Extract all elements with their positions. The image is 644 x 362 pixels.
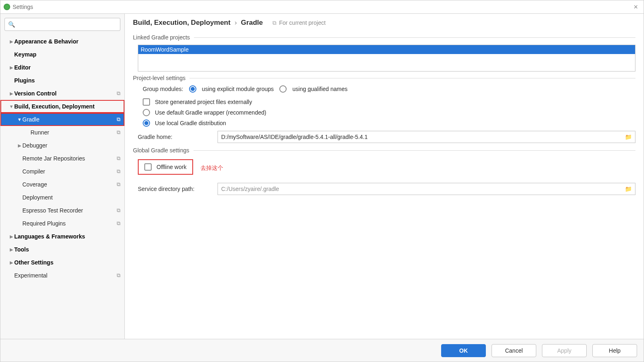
chevron-right-icon: › — [235, 19, 237, 27]
copy-icon: ⧉ — [117, 272, 120, 279]
cancel-button[interactable]: Cancel — [492, 344, 536, 357]
chevron-icon: ▶ — [9, 260, 14, 265]
sidebar-item-label: Tools — [14, 246, 120, 253]
sidebar-item-label: Version Control — [14, 90, 117, 97]
sidebar-item-label: Keymap — [14, 51, 120, 58]
sidebar-item-label: Remote Jar Repositories — [22, 155, 117, 162]
chevron-icon: ▼ — [9, 104, 14, 109]
breadcrumb-current: Gradle — [241, 19, 263, 27]
annotation-note: 去掉这个 — [200, 165, 223, 172]
breadcrumb: Build, Execution, Deployment › Gradle — [133, 19, 263, 27]
search-icon: 🔍 — [8, 21, 15, 28]
sidebar-item-label: Languages & Frameworks — [14, 233, 120, 240]
chevron-icon: ▼ — [17, 117, 22, 122]
copy-icon: ⧉ — [117, 116, 120, 123]
sidebar-item-other-settings[interactable]: ▶Other Settings — [0, 256, 124, 269]
chevron-icon: ▶ — [9, 39, 14, 44]
chevron-icon: ▶ — [9, 234, 14, 239]
app-icon — [4, 4, 10, 10]
chevron-icon: ▶ — [9, 65, 14, 70]
sidebar-item-espresso-test-recorder[interactable]: Espresso Test Recorder⧉ — [0, 204, 124, 217]
sidebar-item-plugins[interactable]: Plugins — [0, 74, 124, 87]
sidebar-item-label: Espresso Test Recorder — [22, 207, 117, 214]
copy-icon: ⧉ — [117, 207, 120, 214]
sidebar-item-coverage[interactable]: Coverage⧉ — [0, 178, 124, 191]
section-project-level: Project-level settings — [133, 75, 635, 81]
sidebar-item-experimental[interactable]: Experimental⧉ — [0, 269, 124, 282]
gradle-home-label: Gradle home: — [138, 134, 211, 140]
sidebar-item-label: Experimental — [14, 272, 117, 279]
sidebar-item-build-execution-deployment[interactable]: ▼Build, Execution, Deployment — [0, 100, 124, 113]
chevron-icon: ▶ — [9, 247, 14, 252]
scope-note: ⧉ For current project — [272, 20, 325, 26]
checkbox-offline-work-label: Offline work — [157, 164, 187, 170]
radio-explicit-groups-label: using explicit module groups — [202, 86, 274, 92]
chevron-icon: ▶ — [9, 91, 14, 96]
copy-icon: ⧉ — [117, 155, 120, 162]
content-pane: Build, Execution, Deployment › Gradle ⧉ … — [125, 14, 644, 339]
sidebar-item-keymap[interactable]: Keymap — [0, 48, 124, 61]
sidebar-item-editor[interactable]: ▶Editor — [0, 61, 124, 74]
radio-default-wrapper-label: Use default Gradle wrapper (recommended) — [155, 109, 266, 116]
copy-icon: ⧉ — [272, 20, 276, 26]
offline-work-row: Offline work — [138, 159, 193, 175]
search-box[interactable]: 🔍 — [4, 18, 120, 31]
list-item[interactable]: RoomWordSample — [138, 45, 635, 54]
sidebar-item-label: Appearance & Behavior — [14, 38, 120, 45]
window-title: Settings — [13, 4, 33, 10]
chevron-icon: ▶ — [17, 143, 22, 148]
radio-qualified-names[interactable] — [279, 85, 287, 93]
sidebar-item-gradle[interactable]: ▼Gradle⧉ — [0, 113, 124, 126]
copy-icon: ⧉ — [117, 168, 120, 175]
sidebar-item-label: Plugins — [14, 77, 120, 84]
linked-projects-list[interactable]: RoomWordSample — [138, 45, 635, 72]
radio-local-distribution[interactable] — [143, 119, 150, 127]
sidebar-item-languages-frameworks[interactable]: ▶Languages & Frameworks — [0, 230, 124, 243]
folder-icon[interactable]: 📁 — [625, 134, 632, 140]
sidebar: 🔍 ▶Appearance & BehaviorKeymap▶EditorPlu… — [0, 14, 125, 339]
copy-icon: ⧉ — [117, 181, 120, 188]
copy-icon: ⧉ — [117, 220, 120, 227]
ok-button[interactable]: OK — [441, 344, 486, 357]
sidebar-item-required-plugins[interactable]: Required Plugins⧉ — [0, 217, 124, 230]
search-input[interactable] — [17, 21, 117, 28]
apply-button[interactable]: Apply — [542, 344, 587, 357]
sidebar-item-label: Deployment — [22, 194, 120, 201]
checkbox-store-externally[interactable] — [143, 98, 150, 106]
sidebar-item-tools[interactable]: ▶Tools — [0, 243, 124, 256]
sidebar-item-label: Coverage — [22, 181, 117, 188]
sidebar-item-label: Gradle — [22, 116, 117, 123]
service-path-input[interactable]: C:/Users/zyaire/.gradle 📁 — [218, 183, 635, 195]
sidebar-item-label: Compiler — [22, 168, 117, 175]
sidebar-item-deployment[interactable]: Deployment — [0, 191, 124, 204]
radio-default-wrapper[interactable] — [143, 109, 150, 116]
folder-icon[interactable]: 📁 — [625, 186, 632, 192]
sidebar-item-remote-jar-repositories[interactable]: Remote Jar Repositories⧉ — [0, 152, 124, 165]
sidebar-item-label: Build, Execution, Deployment — [14, 103, 120, 110]
button-bar: OK Cancel Apply Help — [0, 339, 644, 362]
sidebar-item-label: Runner — [30, 129, 117, 136]
checkbox-store-externally-label: Store generated project files externally — [155, 99, 252, 105]
close-icon[interactable]: × — [631, 3, 640, 11]
radio-explicit-groups[interactable] — [189, 85, 196, 93]
sidebar-item-debugger[interactable]: ▶Debugger — [0, 139, 124, 152]
checkbox-offline-work[interactable] — [144, 163, 152, 171]
sidebar-item-label: Editor — [14, 64, 120, 71]
radio-qualified-names-label: using qualified names — [292, 86, 347, 92]
sidebar-item-label: Other Settings — [14, 259, 120, 266]
titlebar: Settings × — [0, 0, 644, 14]
help-button[interactable]: Help — [592, 344, 637, 357]
breadcrumb-parent[interactable]: Build, Execution, Deployment — [133, 19, 231, 27]
sidebar-item-version-control[interactable]: ▶Version Control⧉ — [0, 87, 124, 100]
gradle-home-input[interactable]: D:/mySoftware/AS/IDE/gradle/gradle-5.4.1… — [218, 131, 635, 143]
sidebar-item-label: Required Plugins — [22, 220, 117, 227]
sidebar-item-runner[interactable]: Runner⧉ — [0, 126, 124, 139]
settings-tree: ▶Appearance & BehaviorKeymap▶EditorPlugi… — [0, 35, 124, 339]
sidebar-item-appearance-behavior[interactable]: ▶Appearance & Behavior — [0, 35, 124, 48]
sidebar-item-compiler[interactable]: Compiler⧉ — [0, 165, 124, 178]
sidebar-item-label: Debugger — [22, 142, 120, 149]
service-path-label: Service directory path: — [138, 186, 211, 192]
copy-icon: ⧉ — [117, 90, 120, 97]
radio-local-distribution-label: Use local Gradle distribution — [155, 120, 226, 126]
copy-icon: ⧉ — [117, 129, 120, 136]
